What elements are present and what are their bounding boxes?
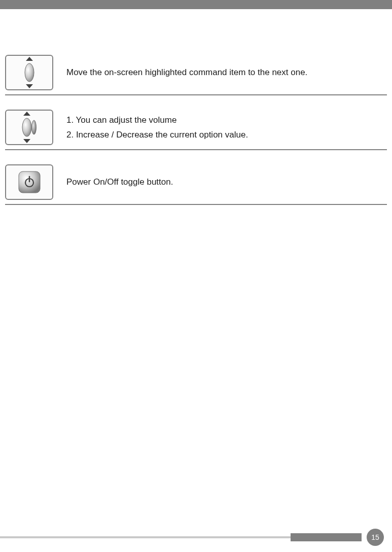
- svg-point-1: [25, 63, 34, 82]
- control-row-power: Power On/Off toggle button.: [5, 164, 387, 205]
- top-bar: [0, 0, 392, 9]
- page-footer: 15: [0, 529, 392, 546]
- page-number-badge: 15: [367, 529, 384, 546]
- controls-content: Move the on-screen highlighted command i…: [0, 9, 392, 205]
- adjust-description: 1. You can adjust the volume 2. Increase…: [66, 113, 253, 142]
- svg-point-4: [22, 118, 31, 136]
- power-description: Power On/Off toggle button.: [66, 175, 178, 189]
- nav-up-down-icon: [5, 55, 53, 90]
- svg-marker-2: [26, 84, 33, 88]
- text-line: 1. You can adjust the volume: [66, 113, 248, 127]
- svg-marker-6: [23, 139, 30, 143]
- control-row-adjust: 1. You can adjust the volume 2. Increase…: [5, 110, 387, 150]
- svg-marker-3: [23, 112, 30, 116]
- control-row-navigate: Move the on-screen highlighted command i…: [5, 55, 387, 95]
- nav-description: Move the on-screen highlighted command i…: [66, 65, 312, 80]
- text-line: Power On/Off toggle button.: [66, 175, 173, 189]
- footer-rule: [0, 536, 362, 538]
- text-line: 2. Increase / Decrease the current optio…: [66, 128, 248, 142]
- svg-marker-0: [26, 57, 33, 61]
- page-number: 15: [371, 533, 379, 541]
- text-line: Move the on-screen highlighted command i…: [66, 65, 307, 79]
- svg-point-5: [31, 120, 36, 134]
- volume-adjust-icon: [5, 110, 53, 145]
- power-button-icon: [5, 164, 53, 200]
